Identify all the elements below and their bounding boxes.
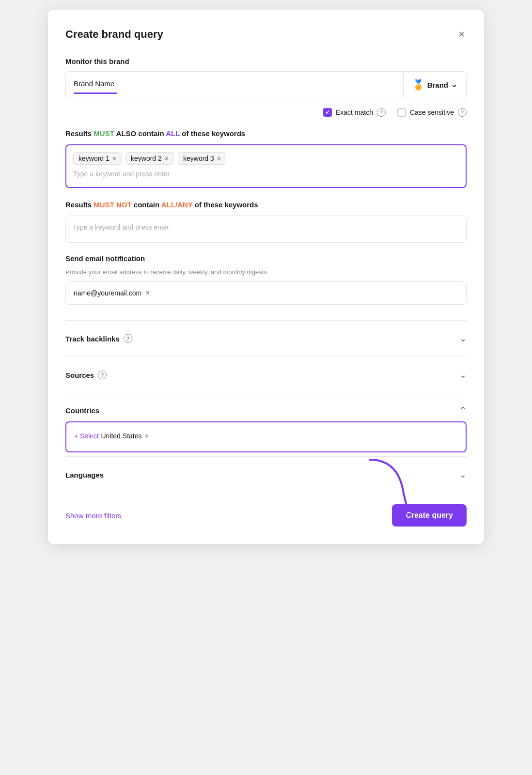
exact-match-label: Exact match: [336, 108, 373, 116]
country-us-remove[interactable]: ×: [145, 432, 149, 440]
track-backlinks-text: Track backlinks: [65, 335, 120, 343]
brand-type-button[interactable]: 🏅 Brand ⌄: [403, 72, 466, 98]
must-contain-prefix: Results: [65, 129, 94, 138]
languages-chevron: ⌄: [459, 469, 467, 480]
case-sensitive-label: Case sensitive: [410, 108, 454, 116]
divider-1: [65, 320, 467, 321]
must-not-contain-input-box[interactable]: Type a keyword and press enter: [65, 216, 467, 243]
email-value: name@youremail.com: [74, 289, 141, 297]
must-contain-suffix: of these keywords: [180, 129, 245, 138]
options-row: Exact match ? Case sensitive ?: [65, 108, 467, 117]
brand-input-row: 🏅 Brand ⌄: [65, 71, 467, 98]
languages-row[interactable]: Languages ⌄: [65, 461, 467, 489]
countries-section: Countries ⌃ + Select United States ×: [65, 397, 467, 452]
countries-header[interactable]: Countries ⌃: [65, 397, 467, 421]
exact-match-option: Exact match ?: [323, 108, 386, 117]
keyword-tag-1: keyword 1 ×: [73, 152, 122, 165]
brand-type-label: Brand: [427, 81, 448, 89]
brand-input-wrapper: [66, 72, 403, 98]
keyword-tag-2: keyword 2 ×: [125, 152, 174, 165]
keyword-2-remove[interactable]: ×: [165, 155, 169, 162]
case-sensitive-option: Case sensitive ?: [397, 108, 467, 117]
divider-2: [65, 356, 467, 357]
sources-chevron: ⌄: [459, 370, 467, 380]
must-also-word: ALSO contain: [114, 129, 166, 138]
must-not-suffix: of these keywords: [193, 201, 258, 209]
must-not-prefix: Results: [65, 201, 94, 209]
track-backlinks-label: Track backlinks ?: [65, 334, 132, 343]
must-contain-placeholder: Type a keyword and press enter: [73, 170, 170, 178]
keyword-2-text: keyword 2: [131, 155, 162, 162]
brand-icon: 🏅: [412, 79, 424, 91]
sources-row[interactable]: Sources ? ⌄: [65, 361, 467, 389]
show-more-filters-button[interactable]: Show more filters: [65, 512, 122, 520]
languages-text: Languages: [65, 471, 104, 479]
country-us-text: United States: [101, 432, 141, 440]
keyword-3-remove[interactable]: ×: [217, 155, 221, 162]
email-section: Send email notification Provide your ema…: [65, 254, 467, 305]
must-contain-title: Results MUST ALSO contain ALL of these k…: [65, 128, 467, 139]
brand-name-input[interactable]: [66, 72, 403, 93]
keyword-1-text: keyword 1: [78, 155, 110, 162]
must-contain-section: Results MUST ALSO contain ALL of these k…: [65, 128, 467, 188]
brand-underline-decoration: [74, 93, 117, 94]
sources-help-icon[interactable]: ?: [98, 371, 107, 379]
countries-select-link[interactable]: + Select: [74, 432, 99, 440]
keyword-tag-3: keyword 3 ×: [178, 152, 226, 165]
brand-chevron-icon: ⌄: [451, 80, 457, 89]
must-contain-input-box[interactable]: keyword 1 × keyword 2 × keyword 3 × Type…: [65, 144, 467, 188]
all-word: ALL: [166, 129, 180, 138]
sources-label: Sources ?: [65, 371, 107, 379]
create-query-button[interactable]: Create query: [392, 504, 467, 527]
must-not-contain-word: contain: [132, 201, 161, 209]
divider-4: [65, 456, 467, 457]
must-word: MUST: [94, 129, 114, 138]
modal-title: Create brand query: [65, 28, 163, 41]
brand-section: Monitor this brand 🏅 Brand ⌄: [65, 57, 467, 98]
modal-container: Create brand query × Monitor this brand …: [48, 10, 484, 544]
bottom-row: Show more filters Create query: [65, 498, 467, 527]
email-input-box: name@youremail.com ×: [65, 281, 467, 305]
case-sensitive-help-icon[interactable]: ?: [458, 108, 467, 117]
track-backlinks-help-icon[interactable]: ?: [124, 334, 132, 343]
must-not-word: MUST NOT: [94, 201, 131, 209]
sources-text: Sources: [65, 371, 94, 379]
divider-3: [65, 393, 467, 393]
country-tag-us: United States ×: [101, 432, 148, 440]
must-not-contain-section: Results MUST NOT contain ALL/ANY of thes…: [65, 200, 467, 243]
close-button[interactable]: ×: [456, 27, 467, 42]
modal-header: Create brand query ×: [65, 27, 467, 42]
keyword-tags: keyword 1 × keyword 2 × keyword 3 ×: [73, 152, 459, 165]
countries-title: Countries: [65, 406, 99, 415]
track-backlinks-row[interactable]: Track backlinks ? ⌄: [65, 325, 467, 353]
languages-label: Languages: [65, 471, 104, 479]
brand-section-label: Monitor this brand: [65, 57, 467, 65]
exact-match-help-icon[interactable]: ?: [377, 108, 386, 117]
email-section-label: Send email notification: [65, 254, 467, 263]
must-not-contain-title: Results MUST NOT contain ALL/ANY of thes…: [65, 200, 467, 210]
exact-match-checkbox[interactable]: [323, 108, 332, 117]
email-remove-button[interactable]: ×: [145, 289, 150, 297]
all-any-word: ALL/ANY: [161, 201, 193, 209]
must-not-placeholder: Type a keyword and press enter: [73, 223, 169, 231]
email-subtitle: Provide your email address to receive da…: [65, 268, 467, 276]
track-backlinks-chevron: ⌄: [459, 333, 467, 344]
countries-box: + Select United States ×: [65, 421, 467, 452]
countries-chevron-up: ⌃: [459, 405, 467, 416]
case-sensitive-checkbox[interactable]: [397, 108, 406, 117]
keyword-1-remove[interactable]: ×: [112, 155, 116, 162]
keyword-3-text: keyword 3: [183, 155, 214, 162]
